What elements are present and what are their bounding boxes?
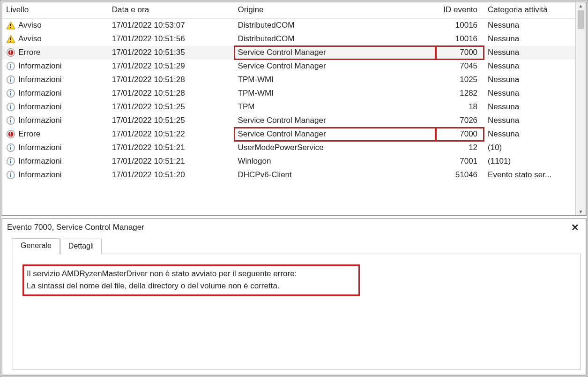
detail-title: Evento 7000, Service Control Manager — [7, 223, 144, 232]
vertical-scrollbar[interactable]: ▲ ▼ — [575, 2, 586, 215]
cell-date: 17/01/2022 10:51:28 — [108, 87, 234, 100]
cell-event-id: 10016 — [436, 32, 484, 46]
cell-date: 17/01/2022 10:51:29 — [108, 60, 234, 73]
info-icon — [6, 61, 15, 71]
event-list-scroll[interactable]: Livello Data e ora Origine ID evento Cat… — [2, 2, 575, 215]
col-header-source[interactable]: Origine — [234, 2, 436, 19]
event-viewer-window: Livello Data e ora Origine ID evento Cat… — [0, 0, 588, 377]
cell-category: (10) — [484, 141, 575, 155]
cell-event-id: 12 — [436, 141, 484, 155]
cell-source: DistributedCOM — [234, 32, 436, 46]
scroll-up-icon[interactable]: ▲ — [579, 3, 583, 8]
table-row[interactable]: Avviso17/01/2022 10:53:07DistributedCOM1… — [2, 19, 575, 33]
cell-source: UserModePowerService — [234, 141, 436, 155]
cell-source: DHCPv6-Client — [234, 168, 436, 182]
cell-date: 17/01/2022 10:51:20 — [108, 168, 234, 182]
error-icon — [6, 48, 15, 57]
cell-category: Nessuna — [484, 19, 575, 33]
event-table: Livello Data e ora Origine ID evento Cat… — [2, 2, 575, 182]
table-row[interactable]: Informazioni17/01/2022 10:51:20DHCPv6-Cl… — [2, 168, 575, 182]
cell-level: Informazioni — [18, 116, 62, 125]
cell-event-id: 1282 — [436, 87, 484, 100]
col-header-date[interactable]: Data e ora — [108, 2, 234, 19]
scroll-thumb[interactable] — [578, 10, 584, 29]
table-row[interactable]: Informazioni17/01/2022 10:51:25TPM18Ness… — [2, 100, 575, 114]
table-row[interactable]: Errore17/01/2022 10:51:22Service Control… — [2, 128, 575, 141]
table-row[interactable]: Errore17/01/2022 10:51:35Service Control… — [2, 46, 575, 60]
event-detail-panel: Evento 7000, Service Control Manager ✕ G… — [1, 218, 587, 376]
warning-icon — [6, 34, 15, 44]
cell-date: 17/01/2022 10:51:56 — [108, 32, 234, 46]
event-message-line2: La sintassi del nome del file, della dir… — [27, 280, 356, 292]
col-header-level[interactable]: Livello — [2, 2, 108, 19]
cell-source: TPM-WMI — [234, 73, 436, 87]
cell-date: 17/01/2022 10:51:21 — [108, 155, 234, 168]
scroll-down-icon[interactable]: ▼ — [579, 209, 583, 214]
cell-source: Winlogon — [234, 155, 436, 168]
table-row[interactable]: Informazioni17/01/2022 10:51:29Service C… — [2, 60, 575, 73]
cell-event-id: 7026 — [436, 114, 484, 128]
cell-source: TPM-WMI — [234, 87, 436, 100]
cell-category: (1101) — [484, 155, 575, 168]
table-row[interactable]: Informazioni17/01/2022 10:51:21UserModeP… — [2, 141, 575, 155]
cell-category: Nessuna — [484, 114, 575, 128]
cell-category: Nessuna — [484, 32, 575, 46]
cell-event-id: 7045 — [436, 60, 484, 73]
cell-date: 17/01/2022 10:53:07 — [108, 19, 234, 33]
info-icon — [6, 75, 15, 84]
info-icon — [6, 89, 15, 98]
cell-category: Nessuna — [484, 87, 575, 100]
cell-event-id: 1025 — [436, 73, 484, 87]
table-row[interactable]: Avviso17/01/2022 10:51:56DistributedCOM1… — [2, 32, 575, 46]
cell-level: Errore — [18, 129, 40, 139]
info-icon — [6, 157, 15, 166]
tab-general[interactable]: Generale — [13, 238, 60, 254]
table-row[interactable]: Informazioni17/01/2022 10:51:21Winlogon7… — [2, 155, 575, 168]
cell-date: 17/01/2022 10:51:22 — [108, 128, 234, 141]
cell-level: Avviso — [18, 34, 42, 44]
cell-date: 17/01/2022 10:51:35 — [108, 46, 234, 60]
cell-category: Nessuna — [484, 60, 575, 73]
cell-source: Service Control Manager — [234, 114, 436, 128]
table-row[interactable]: Informazioni17/01/2022 10:51:28TPM-WMI12… — [2, 87, 575, 100]
table-row[interactable]: Informazioni17/01/2022 10:51:28TPM-WMI10… — [2, 73, 575, 87]
info-icon — [6, 102, 15, 112]
cell-source: Service Control Manager — [234, 60, 436, 73]
cell-level: Informazioni — [18, 75, 62, 84]
cell-level: Informazioni — [18, 102, 62, 112]
col-header-id[interactable]: ID evento — [436, 2, 484, 19]
tab-body-general: Il servizio AMDRyzenMasterDriver non è s… — [13, 254, 581, 370]
info-icon — [6, 143, 15, 152]
cell-date: 17/01/2022 10:51:28 — [108, 73, 234, 87]
cell-category: Nessuna — [484, 100, 575, 114]
cell-event-id: 7000 — [436, 46, 484, 60]
cell-level: Errore — [18, 48, 40, 57]
event-message-highlight: Il servizio AMDRyzenMasterDriver non è s… — [22, 264, 360, 296]
col-header-category[interactable]: Categoria attività — [484, 2, 575, 19]
cell-category: Evento stato ser... — [484, 168, 575, 182]
cell-level: Informazioni — [18, 61, 62, 71]
cell-level: Avviso — [18, 21, 42, 30]
cell-event-id: 51046 — [436, 168, 484, 182]
cell-source: DistributedCOM — [234, 19, 436, 33]
tab-details[interactable]: Dettagli — [60, 239, 102, 254]
cell-level: Informazioni — [18, 157, 62, 166]
info-icon — [6, 116, 15, 125]
cell-level: Informazioni — [18, 170, 62, 180]
detail-tabs: Generale Dettagli — [2, 235, 586, 254]
cell-category: Nessuna — [484, 46, 575, 60]
close-icon[interactable]: ✕ — [569, 222, 581, 233]
cell-source: TPM — [234, 100, 436, 114]
cell-level: Informazioni — [18, 89, 62, 98]
cell-event-id: 10016 — [436, 19, 484, 33]
cell-category: Nessuna — [484, 128, 575, 141]
table-header-row: Livello Data e ora Origine ID evento Cat… — [2, 2, 575, 19]
table-row[interactable]: Informazioni17/01/2022 10:51:25Service C… — [2, 114, 575, 128]
cell-category: Nessuna — [484, 73, 575, 87]
cell-level: Informazioni — [18, 143, 62, 152]
cell-source: Service Control Manager — [234, 46, 436, 60]
event-list-panel: Livello Data e ora Origine ID evento Cat… — [1, 1, 587, 216]
cell-date: 17/01/2022 10:51:25 — [108, 100, 234, 114]
cell-date: 17/01/2022 10:51:21 — [108, 141, 234, 155]
cell-date: 17/01/2022 10:51:25 — [108, 114, 234, 128]
